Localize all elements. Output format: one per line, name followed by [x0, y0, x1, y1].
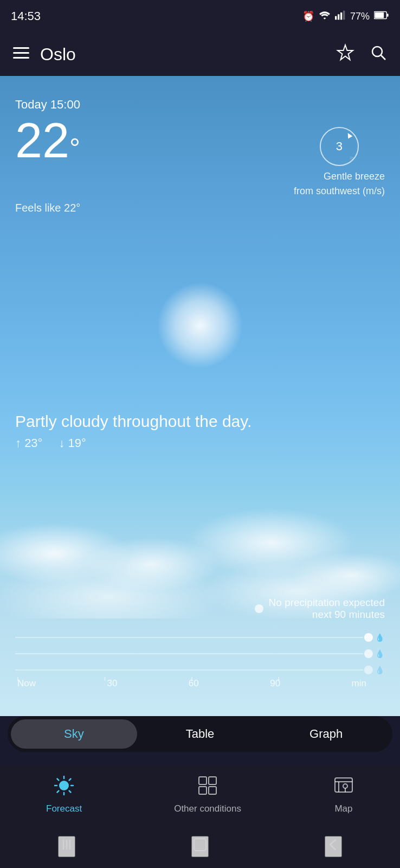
- low-temp: ↓ 19°: [59, 436, 86, 450]
- low-temp-value: 19°: [68, 436, 86, 450]
- nav-left: Oslo: [13, 44, 76, 65]
- svg-line-33: [69, 779, 71, 781]
- svg-rect-3: [343, 10, 345, 20]
- svg-marker-10: [338, 45, 353, 60]
- svg-rect-35: [199, 777, 207, 784]
- nav-forecast[interactable]: Forecast: [46, 775, 82, 814]
- status-icons: ⏰ 77%: [302, 10, 389, 23]
- svg-line-31: [57, 779, 59, 781]
- weather-info: Today 15:00 22° 3 ▲ ≈ Gentle breezefrom …: [0, 87, 400, 225]
- tab-table[interactable]: Table: [137, 719, 263, 749]
- precip-status: No precipitation expected: [269, 597, 385, 608]
- svg-text:💧: 💧: [375, 633, 385, 642]
- wind-section: 3 ▲ ≈ Gentle breezefrom southwest (m/s): [294, 127, 385, 199]
- forecast-label: Forecast: [46, 803, 82, 814]
- svg-rect-38: [209, 787, 216, 794]
- wind-speed: 3: [336, 139, 343, 154]
- svg-point-18: [364, 666, 373, 674]
- axis-60: 60: [189, 678, 199, 689]
- svg-line-32: [69, 791, 71, 793]
- nav-map[interactable]: Map: [333, 775, 354, 814]
- axis-min: min: [352, 678, 366, 689]
- svg-rect-7: [13, 47, 29, 49]
- status-bar: 14:53 ⏰ 77%: [0, 0, 400, 33]
- other-conditions-icon: [197, 775, 218, 800]
- weather-description: Partly cloudy throughout the day.: [15, 412, 385, 431]
- temp-display: 22°: [15, 116, 80, 165]
- wind-direction-icon: ▲: [343, 129, 356, 142]
- svg-line-34: [57, 791, 59, 793]
- precipitation-section: No precipitation expected next 90 minute…: [0, 597, 400, 689]
- favorite-icon[interactable]: [336, 43, 354, 66]
- svg-rect-9: [13, 57, 29, 59]
- degree-symbol: °: [69, 133, 80, 163]
- svg-rect-2: [340, 12, 342, 20]
- temperature-row: 22° 3 ▲ ≈ Gentle breezefrom southwest (m…: [15, 116, 385, 199]
- axis-30: 30: [107, 678, 117, 689]
- svg-point-42: [343, 784, 347, 788]
- svg-text:💧: 💧: [375, 666, 385, 675]
- wind-description: Gentle breezefrom southwest (m/s): [294, 169, 385, 199]
- home-button[interactable]: [191, 836, 209, 857]
- tab-sky[interactable]: Sky: [11, 719, 137, 749]
- precipitation-chart: 💧 💧 💧 Now 30 60 90 min: [15, 629, 385, 689]
- view-switcher: Sky Table Graph: [8, 716, 392, 752]
- svg-rect-5: [387, 14, 389, 17]
- map-label: Map: [334, 803, 352, 814]
- svg-point-26: [59, 781, 69, 790]
- svg-point-11: [372, 47, 382, 56]
- wind-tail-icon: ≈: [350, 154, 354, 162]
- main-temperature: 22: [15, 113, 69, 168]
- back-button[interactable]: [325, 836, 342, 857]
- wind-circle: 3 ▲ ≈: [320, 127, 359, 166]
- search-icon[interactable]: [370, 44, 387, 65]
- chart-axis: Now 30 60 90 min: [15, 678, 369, 689]
- temperature-range: ↑ 23° ↓ 19°: [15, 436, 385, 450]
- up-arrow: ↑: [15, 436, 21, 450]
- svg-rect-6: [375, 12, 384, 17]
- precip-text: No precipitation expected next 90 minute…: [269, 597, 385, 621]
- nav-other-conditions[interactable]: Other conditions: [174, 775, 241, 814]
- status-time: 14:53: [11, 9, 41, 23]
- feels-like: Feels like 22°: [15, 202, 385, 214]
- svg-rect-37: [199, 787, 207, 794]
- precip-timeframe: next 90 minutes: [312, 609, 385, 620]
- nav-right: [336, 43, 387, 66]
- forecast-icon: [54, 775, 74, 800]
- high-temp-value: 23°: [24, 436, 42, 450]
- wifi-icon: [319, 10, 331, 23]
- battery-icon: [374, 11, 389, 22]
- axis-now: Now: [17, 678, 36, 689]
- svg-line-12: [381, 55, 385, 60]
- svg-rect-47: [194, 839, 206, 851]
- today-time: Today 15:00: [15, 98, 385, 112]
- tab-graph[interactable]: Graph: [263, 719, 389, 749]
- svg-rect-1: [338, 14, 339, 20]
- precip-indicator: [255, 604, 263, 613]
- svg-rect-8: [13, 52, 29, 54]
- other-conditions-label: Other conditions: [174, 803, 241, 814]
- sun-cloud: [157, 282, 243, 369]
- city-name: Oslo: [40, 44, 76, 65]
- weather-description-section: Partly cloudy throughout the day. ↑ 23° …: [15, 412, 385, 450]
- down-arrow: ↓: [59, 436, 64, 450]
- system-nav: [0, 825, 400, 868]
- nav-bar: Oslo: [0, 33, 400, 76]
- signal-icon: [335, 10, 346, 23]
- svg-point-16: [364, 633, 373, 642]
- recent-apps-button[interactable]: [58, 836, 75, 857]
- svg-rect-0: [335, 16, 337, 20]
- axis-90: 90: [270, 678, 280, 689]
- alarm-icon: ⏰: [302, 10, 314, 22]
- precip-header: No precipitation expected next 90 minute…: [15, 597, 385, 621]
- high-temp: ↑ 23°: [15, 436, 42, 450]
- svg-text:💧: 💧: [375, 649, 385, 659]
- menu-icon[interactable]: [13, 46, 29, 63]
- svg-rect-36: [209, 777, 216, 784]
- svg-point-17: [364, 649, 373, 658]
- bottom-nav: Forecast Other conditions Map: [0, 765, 400, 825]
- battery-text: 77%: [350, 11, 370, 22]
- map-icon: [333, 775, 354, 800]
